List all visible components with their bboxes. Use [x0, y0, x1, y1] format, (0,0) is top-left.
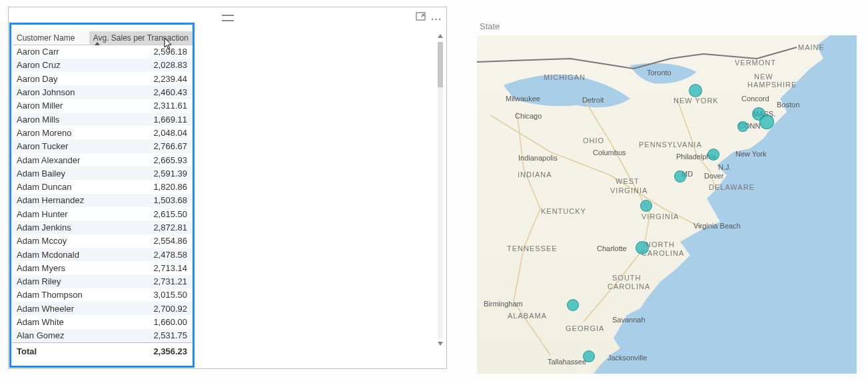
table-row[interactable]: Adam Thompson3,015.50: [13, 288, 194, 302]
map-canvas[interactable]: MAINEVERMONTNEWHAMPSHIRENEW YORKMICHIGAN…: [477, 35, 857, 374]
cell-avg-sales: 2,028.83: [89, 59, 194, 72]
scroll-track[interactable]: [438, 42, 443, 339]
cell-avg-sales: 1,669.11: [89, 113, 194, 126]
table-row[interactable]: Adam White1,660.00: [13, 315, 194, 328]
table-row[interactable]: Alan Gomez2,531.75: [13, 329, 194, 342]
column-header-customer[interactable]: Customer Name: [13, 31, 89, 45]
cell-avg-sales: 2,311.61: [89, 99, 194, 113]
cell-avg-sales: 2,700.92: [89, 302, 194, 315]
table-row[interactable]: Adam Wheeler2,700.92: [13, 302, 194, 315]
cell-customer: Adam Mcdonald: [13, 248, 89, 261]
table-row[interactable]: Aaron Carr2,596.18: [13, 45, 194, 59]
scroll-up-icon[interactable]: [438, 34, 443, 38]
table-visual[interactable]: Customer Name Avg. Sales per Transaction…: [8, 7, 447, 369]
cell-customer: Adam White: [13, 315, 89, 328]
table-row[interactable]: Aaron Johnson2,460.43: [13, 85, 194, 99]
focus-mode-icon[interactable]: [416, 11, 426, 20]
cell-avg-sales: 2,460.43: [89, 85, 194, 99]
map-bubble[interactable]: [759, 115, 774, 129]
cell-customer: Adam Myers: [13, 261, 89, 274]
table-row[interactable]: Adam Riley2,731.21: [13, 275, 194, 288]
data-table: Customer Name Avg. Sales per Transaction…: [13, 31, 194, 360]
cell-avg-sales: 2,531.75: [89, 329, 194, 342]
svg-point-1: [432, 19, 433, 20]
map-bubble[interactable]: [737, 121, 748, 132]
cell-customer: Aaron Mills: [13, 113, 89, 126]
more-options-icon[interactable]: [431, 11, 441, 20]
cell-customer: Aaron Moreno: [13, 126, 89, 139]
cell-customer: Adam Mccoy: [13, 234, 89, 248]
table-row[interactable]: Adam Bailey2,591.39: [13, 167, 194, 180]
svg-point-2: [435, 19, 436, 20]
scroll-down-icon[interactable]: [438, 342, 443, 346]
visual-header-actions: [416, 11, 441, 20]
cell-customer: Aaron Tucker: [13, 140, 89, 153]
cell-customer: Adam Riley: [13, 275, 89, 288]
table-row[interactable]: Adam Mcdonald2,478.58: [13, 248, 194, 261]
table-row[interactable]: Adam Myers2,713.14: [13, 261, 194, 274]
cell-avg-sales: 2,239.44: [89, 72, 194, 85]
total-value: 2,356.23: [89, 342, 194, 360]
cell-avg-sales: 2,665.93: [89, 153, 194, 167]
cell-customer: Alan Gomez: [13, 329, 89, 342]
cell-customer: Aaron Miller: [13, 99, 89, 113]
total-label: Total: [13, 342, 89, 360]
table-row[interactable]: Adam Hernandez1,503.68: [13, 194, 194, 207]
map-bubble[interactable]: [689, 84, 702, 97]
cell-avg-sales: 1,503.68: [89, 194, 194, 207]
cell-avg-sales: 2,554.86: [89, 234, 194, 248]
cell-customer: Adam Wheeler: [13, 302, 89, 315]
table-row[interactable]: Adam Duncan1,820.86: [13, 180, 194, 193]
column-header-avg-sales[interactable]: Avg. Sales per Transaction: [89, 31, 194, 45]
cell-customer: Adam Bailey: [13, 167, 89, 180]
table-body: Customer Name Avg. Sales per Transaction…: [13, 31, 439, 364]
table-row[interactable]: Adam Alexander2,665.93: [13, 153, 194, 167]
map-bubble[interactable]: [636, 241, 649, 254]
cell-customer: Aaron Carr: [13, 45, 89, 59]
cell-customer: Adam Thompson: [13, 288, 89, 302]
table-row[interactable]: Adam Hunter2,615.50: [13, 207, 194, 220]
map-visual[interactable]: State MAINEVERMONTNEWHAMPSHIRENEW YORKMI…: [477, 20, 857, 373]
cell-customer: Adam Alexander: [13, 153, 89, 167]
cell-avg-sales: 2,766.67: [89, 140, 194, 153]
table-row[interactable]: Aaron Moreno2,048.04: [13, 126, 194, 139]
cell-avg-sales: 2,596.18: [89, 45, 194, 59]
cell-avg-sales: 2,713.14: [89, 261, 194, 274]
table-row[interactable]: Adam Jenkins2,872.81: [13, 220, 194, 234]
map-bubble[interactable]: [707, 149, 719, 161]
map-title: State: [477, 20, 857, 33]
cell-customer: Aaron Cruz: [13, 59, 89, 72]
cell-avg-sales: 1,820.86: [89, 180, 194, 193]
cell-customer: Aaron Johnson: [13, 85, 89, 99]
svg-point-3: [439, 19, 440, 20]
cell-customer: Adam Hernandez: [13, 194, 89, 207]
map-bubble[interactable]: [583, 350, 595, 362]
table-row[interactable]: Aaron Cruz2,028.83: [13, 59, 194, 72]
visual-drag-bar[interactable]: [9, 7, 446, 29]
map-bubble[interactable]: [640, 200, 652, 212]
table-scrollbar[interactable]: [437, 33, 444, 348]
cell-avg-sales: 1,660.00: [89, 315, 194, 328]
cell-avg-sales: 2,872.81: [89, 220, 194, 234]
scroll-thumb[interactable]: [438, 42, 443, 87]
cell-customer: Adam Duncan: [13, 180, 89, 193]
map-bubble[interactable]: [567, 299, 579, 311]
cell-customer: Adam Jenkins: [13, 220, 89, 234]
cell-avg-sales: 2,731.21: [89, 275, 194, 288]
cell-customer: Aaron Day: [13, 72, 89, 85]
drag-handle-icon: [222, 15, 234, 21]
cell-avg-sales: 2,048.04: [89, 126, 194, 139]
table-row[interactable]: Aaron Tucker2,766.67: [13, 140, 194, 153]
cell-avg-sales: 2,478.58: [89, 248, 194, 261]
cell-avg-sales: 3,015.50: [89, 288, 194, 302]
cell-avg-sales: 2,615.50: [89, 207, 194, 220]
table-row[interactable]: Adam Mccoy2,554.86: [13, 234, 194, 248]
cell-avg-sales: 2,591.39: [89, 167, 194, 180]
cell-customer: Adam Hunter: [13, 207, 89, 220]
table-row[interactable]: Aaron Day2,239.44: [13, 72, 194, 85]
table-row[interactable]: Aaron Mills1,669.11: [13, 113, 194, 126]
map-bubble[interactable]: [674, 171, 686, 183]
map-basemap: [477, 35, 857, 374]
table-row[interactable]: Aaron Miller2,311.61: [13, 99, 194, 113]
